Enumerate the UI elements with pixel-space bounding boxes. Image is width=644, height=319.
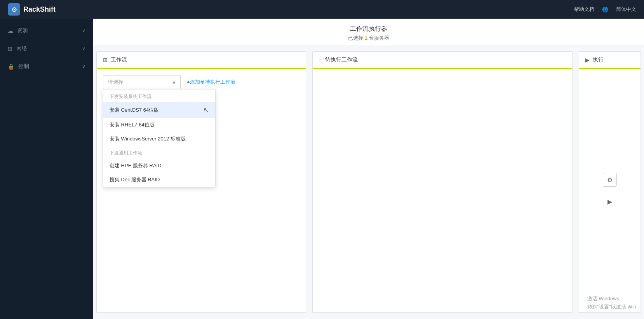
workflow-select[interactable]: 请选择 ∧: [103, 75, 181, 89]
server-count: 1: [365, 35, 367, 41]
workflow-section-left-title: 工作流: [111, 56, 127, 63]
workflow-section-right-header: ▶ 执行: [579, 52, 641, 69]
workflow-title: 工作流执行器: [103, 25, 635, 33]
workflow-section-left-header: ⊞ 工作流: [97, 52, 306, 69]
workflow-select-wrapper: 请选择 ∧ 下发安装系统工作流 安装 CentOS7 64位版 ↖ 安装 RHE: [103, 75, 181, 89]
chevron-up-icon: ∧: [172, 80, 176, 85]
workflow-section-right: ▶ 执行 ⚙ ▶: [579, 51, 641, 313]
workflow-panel: 工作流执行器 已选择 1 台服务器 ⊞ 工作流 请选择 ∧: [93, 19, 644, 319]
dropdown-item-dell-raid[interactable]: 搜集 Dell 服务器 RAID: [103, 173, 215, 187]
workflow-section-left: ⊞ 工作流 请选择 ∧ 下发安装系统工作流 安装 CentOS7: [96, 51, 306, 313]
dropdown-item-hpe-raid[interactable]: 创建 HPE 服务器 RAID: [103, 159, 215, 173]
workflow-section-middle-header: ≡ 待执行工作流: [313, 52, 572, 69]
help-doc-link[interactable]: 帮助文档: [574, 6, 594, 13]
workflow-subtitle: 已选择 1 台服务器: [103, 35, 635, 42]
logo: ⊙ RackShift: [8, 3, 56, 16]
add-to-pending-button[interactable]: ●添加至待执行工作流: [187, 79, 235, 86]
dropdown-item-centos[interactable]: 安装 CentOS7 64位版 ↖: [103, 102, 215, 118]
language-switcher[interactable]: 简体中文: [616, 6, 636, 13]
workflow-section-middle-body: [313, 69, 572, 312]
grid-icon-wf: ⊞: [103, 57, 108, 63]
app-name: RackShift: [23, 5, 56, 14]
dropdown-group2-label: 下发通用工作流: [103, 146, 215, 159]
settings-icon-btn[interactable]: ⚙: [603, 173, 617, 187]
cursor-icon: ↖: [203, 106, 209, 114]
workflow-section-left-body: 请选择 ∧ 下发安装系统工作流 安装 CentOS7 64位版 ↖ 安装 RHE: [97, 69, 306, 312]
globe-icon: 🌐: [602, 7, 608, 12]
execute-arrow-btn[interactable]: ▶: [603, 195, 617, 209]
list-icon: ≡: [319, 57, 322, 63]
dropdown-item-rhel[interactable]: 安装 RHEL7 64位版: [103, 118, 215, 132]
workflow-section-middle-title: 待执行工作流: [325, 56, 358, 63]
right-arrow-icon: ▶: [607, 198, 612, 205]
workflow-header: 工作流执行器 已选择 1 台服务器: [93, 19, 644, 45]
gear-icon: ⚙: [607, 176, 613, 184]
dropdown-item-windows[interactable]: 安装 WindowsServer 2012 标准版: [103, 132, 215, 146]
top-nav: ⊙ RackShift 帮助文档 🌐 简体中文: [0, 0, 644, 19]
dropdown-group1-label: 下发安装系统工作流: [103, 89, 215, 102]
workflow-section-right-body: ⚙ ▶: [579, 69, 641, 312]
logo-icon: ⊙: [8, 3, 20, 16]
workflow-section-middle: ≡ 待执行工作流: [312, 51, 573, 313]
workflow-section-right-title: 执行: [593, 56, 604, 63]
workflow-body: ⊞ 工作流 请选择 ∧ 下发安装系统工作流 安装 CentOS7: [93, 45, 644, 319]
play-icon-right: ▶: [585, 57, 590, 63]
select-placeholder: 请选择: [108, 79, 123, 86]
top-nav-right: 帮助文档 🌐 简体中文: [574, 6, 636, 13]
windows-watermark: 激活 Windows 转到"设置"以激活 Win: [587, 295, 636, 311]
workflow-dropdown: 下发安装系统工作流 安装 CentOS7 64位版 ↖ 安装 RHEL7 64位…: [103, 89, 216, 187]
